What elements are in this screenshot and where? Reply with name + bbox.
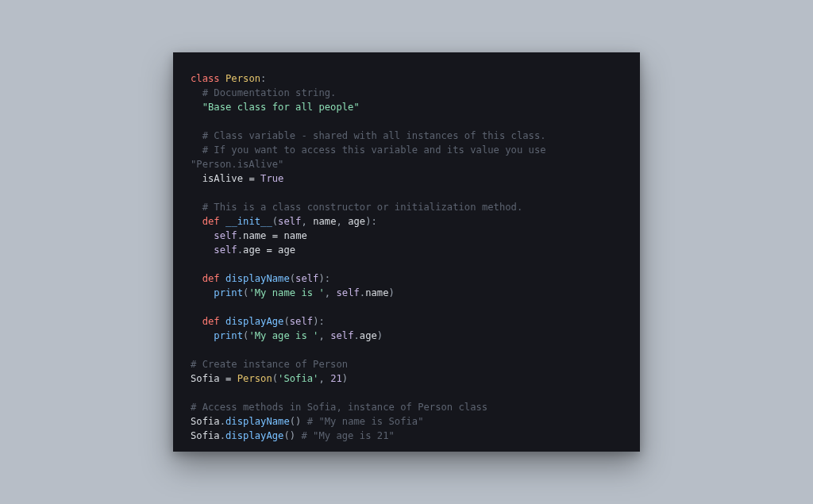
code-token: "Base class for all people" (202, 102, 360, 113)
code-line: self.name = name (191, 230, 307, 241)
code-line: Sofia.displayName() # "My name is Sofia" (191, 416, 424, 427)
code-token: displayAge (225, 316, 283, 327)
code-token (220, 273, 225, 284)
code-line: "Base class for all people" (191, 102, 360, 113)
code-token: , (301, 216, 313, 227)
code-token: . (220, 430, 225, 441)
code-token: 21 (330, 373, 342, 384)
code-token: # Documentation string. (202, 87, 337, 98)
code-token: , (318, 373, 330, 384)
code-token: def (202, 316, 220, 327)
code-token: self (336, 287, 359, 298)
code-token: ): (313, 316, 325, 327)
code-token: self (278, 216, 301, 227)
code-token: . (220, 416, 225, 427)
code-token: ): (365, 216, 377, 227)
code-line: # Access methods in Sofia, instance of P… (191, 402, 487, 413)
code-line: def __init__(self, name, age): (191, 216, 377, 227)
code-token: 'Sofia' (278, 373, 318, 384)
code-token: self (330, 330, 353, 341)
code-line: "Person.isAlive" (191, 159, 283, 170)
code-token: print (214, 287, 243, 298)
code-token: # Class variable - shared with all insta… (202, 130, 546, 141)
code-token: age (243, 244, 260, 256)
code-token (255, 173, 260, 184)
code-token: . (237, 244, 243, 256)
code-token: name (243, 230, 266, 241)
code-token: ) (342, 373, 348, 384)
code-token: age (348, 216, 365, 227)
code-token (231, 373, 237, 384)
code-line: Sofia = Person('Sofia', 21) (191, 373, 348, 384)
code-line: Sofia.displayAge() # "My age is 21" (191, 430, 395, 441)
code-token: # Access methods in Sofia, instance of P… (191, 402, 487, 413)
code-token: name (365, 287, 388, 298)
code-token: self (214, 230, 237, 241)
code-line: # Create instance of Person (191, 359, 348, 370)
code-token: () (290, 416, 307, 427)
code-token: self (290, 316, 313, 327)
code-token: # Create instance of Person (191, 359, 348, 370)
code-token: print (214, 330, 243, 341)
code-token: ): (318, 273, 330, 284)
code-token (266, 230, 272, 241)
code-token: displayName (225, 273, 290, 284)
code-line: # This is a class constructor or initial… (191, 202, 522, 213)
code-token: = (272, 230, 278, 241)
code-token: ( (272, 373, 278, 384)
code-token: age (278, 244, 295, 256)
code-token: class (191, 73, 220, 84)
code-line: print('My name is ', self.name) (191, 287, 395, 298)
code-token: 'My age is ' (249, 330, 318, 341)
code-token: ( (290, 273, 295, 284)
code-token: = (249, 173, 254, 184)
code-token: 'My name is ' (249, 287, 324, 298)
code-token: , (337, 216, 349, 227)
code-token (220, 216, 225, 227)
code-token: Sofia (191, 416, 220, 427)
code-line: self.age = age (191, 244, 295, 256)
code-token: Person (225, 73, 260, 84)
code-token: , (318, 330, 330, 341)
code-token (220, 373, 225, 384)
code-token: displayName (225, 416, 290, 427)
code-token: True (260, 173, 283, 184)
code-token: def (202, 216, 220, 227)
code-token: ( (272, 216, 278, 227)
code-token: isAlive (202, 173, 243, 184)
code-token (220, 73, 225, 84)
code-line: isAlive = True (191, 173, 283, 184)
code-token: () (283, 430, 301, 441)
code-token: : (260, 73, 266, 84)
code-line: # Documentation string. (191, 87, 336, 98)
code-token: name (313, 216, 336, 227)
code-token (272, 244, 278, 256)
code-token: # If you want to access this variable an… (202, 144, 546, 156)
code-token: __init__ (225, 216, 272, 227)
code-token: . (354, 330, 360, 341)
code-token: = (266, 244, 272, 256)
code-token: . (237, 230, 243, 241)
code-line: # Class variable - shared with all insta… (191, 130, 546, 141)
code-token: ( (283, 316, 289, 327)
code-token: displayAge (225, 430, 283, 441)
code-token: Sofia (191, 430, 220, 441)
code-token: , (325, 287, 337, 298)
code-token: # This is a class constructor or initial… (202, 202, 523, 213)
code-token: # "My name is Sofia" (307, 416, 424, 427)
code-line: def displayAge(self): (191, 316, 325, 327)
code-token (220, 316, 225, 327)
code-line: def displayName(self): (191, 273, 330, 284)
code-token: self (295, 273, 318, 284)
code-token: age (360, 330, 377, 341)
code-token: name (283, 230, 306, 241)
code-token: ) (389, 287, 395, 298)
code-block: class Person: # Documentation string. "B… (191, 71, 622, 443)
code-line: class Person: (191, 73, 266, 84)
code-token: self (214, 244, 237, 256)
code-panel: class Person: # Documentation string. "B… (173, 52, 640, 452)
code-line: # If you want to access this variable an… (191, 144, 546, 156)
code-token: # "My age is 21" (301, 430, 394, 441)
code-token: ) (377, 330, 383, 341)
code-token: "Person.isAlive" (191, 159, 283, 170)
